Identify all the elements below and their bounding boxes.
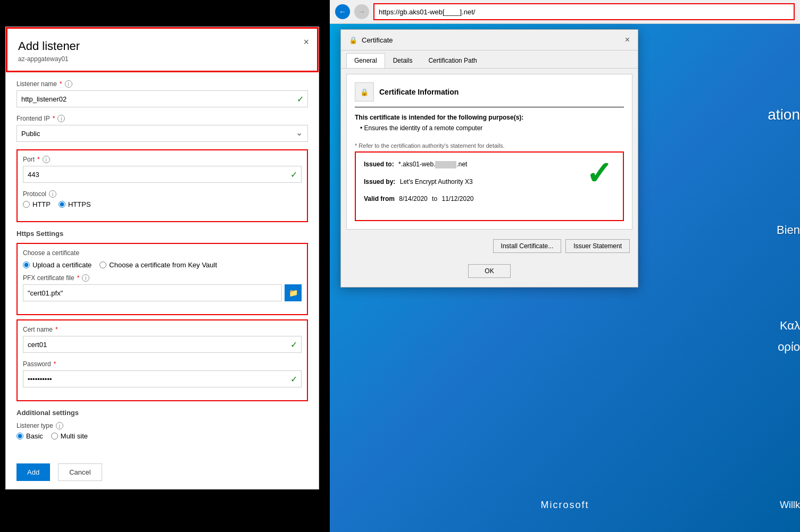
multisite-option[interactable]: Multi site [51, 432, 88, 440]
cert-details-box: ✓ Issued to: *.aks01-web..net Issued by:… [355, 151, 624, 221]
pfx-file-input[interactable] [23, 284, 282, 301]
issued-by-row: Issued by: Let's Encrypt Authority X3 [364, 178, 615, 185]
cert-purposes-label: This certificate is intended for the fol… [355, 114, 624, 121]
cert-name-label: Cert name * [23, 326, 302, 333]
install-cert-button[interactable]: Install Certificate... [493, 239, 562, 253]
url-bar-wrapper [373, 3, 795, 20]
cert-dialog-close-button[interactable]: × [625, 35, 630, 45]
protocol-radio-group: HTTP HTTPS [23, 200, 302, 208]
side-text-3: Καλ [780, 319, 800, 333]
issued-to-value: *.aks01-web..net [398, 161, 467, 168]
cert-name-section: Cert name * ✓ Password * [16, 319, 308, 401]
side-text-2: Bien [777, 223, 800, 237]
cert-dialog-footer: Install Certificate... Issuer Statement [341, 235, 638, 257]
forward-icon: → [358, 7, 365, 16]
port-info-icon[interactable]: i [43, 156, 50, 163]
cancel-button[interactable]: Cancel [58, 463, 102, 481]
protocol-https-radio[interactable] [59, 201, 65, 208]
issued-to-row: Issued to: *.aks01-web..net [364, 161, 615, 168]
frontend-ip-select-wrapper: Public [16, 125, 308, 142]
dialog-body: Listener name * i ✓ Frontend IP * i [6, 72, 319, 455]
dialog-footer: Add Cancel [6, 455, 319, 489]
frontend-ip-label: Frontend IP * i [16, 115, 308, 122]
additional-settings-group: Additional settings Listener type i Basi… [16, 409, 308, 440]
cert-seal-icon: 🔒 [360, 88, 369, 96]
cert-dialog: 🔒 Certificate × General Details Certific… [340, 29, 638, 288]
cert-purpose-item: • Ensures the identity of a remote compu… [360, 124, 624, 132]
listener-type-radio-group: Basic Multi site [16, 432, 308, 440]
cert-name-check-icon: ✓ [290, 340, 297, 350]
valid-to-label: to [432, 195, 437, 202]
protocol-https-option[interactable]: HTTPS [59, 200, 91, 208]
listener-name-group: Listener name * i ✓ [16, 80, 308, 107]
cert-name-input-wrapper: ✓ [23, 336, 302, 353]
pfx-required: * [77, 274, 80, 282]
tab-cert-path[interactable]: Certification Path [420, 53, 485, 68]
cert-name-input[interactable] [23, 336, 302, 353]
listener-type-label: Listener type i [16, 422, 308, 429]
tab-details[interactable]: Details [385, 53, 421, 68]
pfx-label: PFX certificate file * i [23, 274, 302, 282]
frontend-ip-select[interactable]: Public [16, 125, 308, 142]
required-star: * [60, 80, 62, 88]
add-button[interactable]: Add [16, 463, 50, 481]
port-input[interactable] [23, 166, 302, 183]
password-label: Password * [23, 360, 302, 368]
valid-from-label: Valid from [364, 195, 395, 202]
choose-cert-label: Choose a certificate [23, 249, 302, 257]
url-bar[interactable] [374, 4, 794, 19]
side-text-1: ation [768, 106, 800, 123]
cert-name-group: Cert name * ✓ [23, 326, 302, 353]
valid-from-value: 8/14/2020 [399, 195, 427, 202]
protocol-http-option[interactable]: HTTP [23, 200, 51, 208]
protocol-info-icon[interactable]: i [49, 190, 56, 198]
dialog-subtitle: az-appgateway01 [18, 55, 306, 63]
basic-radio[interactable] [16, 433, 23, 440]
basic-option[interactable]: Basic [16, 432, 43, 440]
tab-general[interactable]: General [346, 53, 385, 68]
keyvault-cert-option[interactable]: Choose a certificate from Key Vault [99, 261, 217, 269]
cert-info-title: Certificate Information [379, 88, 459, 96]
issuer-statement-button[interactable]: Issuer Statement [565, 239, 630, 253]
cert-ok-button[interactable]: OK [468, 264, 510, 278]
frontend-ip-info-icon[interactable]: i [57, 115, 65, 122]
port-input-wrapper: ✓ [23, 166, 302, 183]
listener-type-info-icon[interactable]: i [56, 422, 63, 429]
pfx-group: PFX certificate file * i 📁 [23, 274, 302, 301]
valid-to-value: 11/12/2020 [441, 195, 473, 202]
listener-name-info-icon[interactable]: i [65, 80, 72, 88]
issued-by-label: Issued by: [364, 178, 395, 185]
frontend-ip-group: Frontend IP * i Public [16, 115, 308, 142]
port-protocol-section: Port * i ✓ Protocol i [16, 149, 308, 222]
upload-cert-radio[interactable] [23, 261, 30, 268]
folder-icon: 📁 [289, 289, 298, 297]
cert-dialog-body: 🔒 Certificate Information This certifica… [346, 74, 632, 230]
upload-cert-option[interactable]: Upload a certificate [23, 261, 91, 269]
port-label: Port * i [23, 156, 302, 163]
cert-dialog-icon: 🔒 [349, 36, 357, 44]
dialog-header: Add listener az-appgateway01 × [6, 27, 319, 72]
side-text-4: ορίο [778, 340, 800, 354]
additional-settings-label: Additional settings [16, 409, 308, 417]
password-input[interactable] [23, 370, 302, 387]
forward-button[interactable]: → [354, 4, 369, 19]
protocol-http-radio[interactable] [23, 201, 30, 208]
listener-name-check-icon: ✓ [297, 94, 304, 104]
multisite-radio[interactable] [51, 433, 58, 440]
left-panel: Add listener az-appgateway01 × Listener … [0, 0, 330, 532]
dialog-title: Add listener [18, 39, 306, 53]
port-required: * [37, 156, 40, 163]
cert-dialog-header: 🔒 Certificate × [341, 30, 638, 50]
pfx-info-icon[interactable]: i [82, 274, 89, 282]
back-button[interactable]: ← [335, 4, 350, 19]
listener-name-input[interactable] [16, 90, 308, 107]
microsoft-text: Microsoft [540, 500, 589, 511]
https-cert-section: Choose a certificate Upload a certificat… [16, 243, 308, 315]
cert-name-required: * [55, 326, 58, 333]
port-group: Port * i ✓ [23, 156, 302, 183]
file-browse-button[interactable]: 📁 [285, 284, 302, 301]
password-input-wrapper: ✓ [23, 370, 302, 387]
dialog-close-button[interactable]: × [303, 37, 309, 48]
keyvault-cert-radio[interactable] [99, 261, 106, 268]
pfx-input-row: 📁 [23, 284, 302, 301]
